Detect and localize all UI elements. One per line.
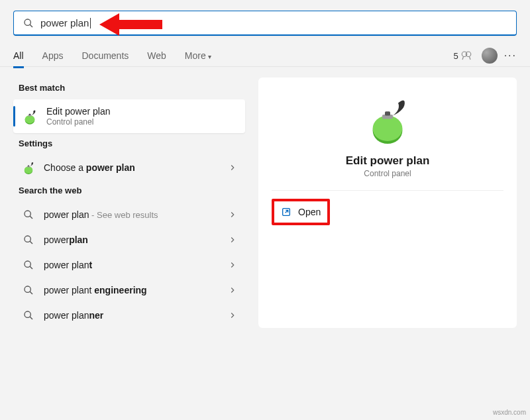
open-label: Open xyxy=(298,207,321,217)
section-best-match: Best match xyxy=(19,83,245,93)
result-title: Edit power plan xyxy=(46,106,237,117)
medal-icon xyxy=(460,50,472,62)
results-list: Best match Edit power plan Control panel… xyxy=(13,78,245,328)
detail-subtitle: Control panel xyxy=(364,169,411,178)
chevron-right-icon xyxy=(228,235,237,244)
chevron-right-icon xyxy=(228,311,237,320)
tab-web[interactable]: Web xyxy=(147,45,166,66)
detail-title: Edit power plan xyxy=(346,154,430,168)
filter-tabs: All Apps Documents Web More 5 ··· xyxy=(13,45,517,66)
chevron-right-icon xyxy=(228,286,237,295)
result-title: power plant xyxy=(44,260,228,270)
search-icon xyxy=(21,283,36,297)
open-button[interactable]: Open xyxy=(272,199,330,225)
result-title: power plant engineering xyxy=(44,285,228,295)
tab-documents[interactable]: Documents xyxy=(81,45,129,66)
web-result[interactable]: power plant engineering xyxy=(13,278,245,303)
result-title: power planner xyxy=(44,310,228,321)
web-result[interactable]: power plan - See web results xyxy=(13,202,245,227)
chevron-right-icon xyxy=(228,260,237,270)
section-settings: Settings xyxy=(19,138,245,148)
rewards-points[interactable]: 5 xyxy=(453,50,472,62)
tab-apps[interactable]: Apps xyxy=(42,45,64,66)
search-icon xyxy=(21,258,36,272)
search-box[interactable]: power plan xyxy=(13,11,517,36)
watermark: wsxdn.com xyxy=(493,409,526,416)
more-options[interactable]: ··· xyxy=(504,50,517,62)
web-result[interactable]: power plant xyxy=(13,252,245,278)
user-avatar[interactable] xyxy=(482,48,498,64)
result-title: powerplan xyxy=(44,235,228,245)
search-icon xyxy=(21,233,36,247)
chevron-right-icon xyxy=(228,210,237,219)
search-icon xyxy=(21,207,36,222)
tab-more[interactable]: More xyxy=(185,45,211,66)
section-web: Search the web xyxy=(19,185,245,195)
web-result[interactable]: powerplan xyxy=(13,227,245,252)
power-plan-icon xyxy=(21,108,38,125)
detail-panel: Edit power plan Control panel Open xyxy=(258,78,517,328)
settings-result[interactable]: Choose a power plan xyxy=(13,155,245,180)
search-icon xyxy=(23,18,34,28)
tab-all[interactable]: All xyxy=(13,45,24,68)
power-plan-icon xyxy=(21,160,36,175)
result-subtitle: Control panel xyxy=(46,117,237,127)
open-icon xyxy=(281,207,292,217)
search-query: power plan xyxy=(40,17,89,28)
result-title: Choose a power plan xyxy=(44,162,228,173)
chevron-right-icon xyxy=(228,163,237,172)
result-title: power plan - See web results xyxy=(44,209,228,220)
result-edit-power-plan[interactable]: Edit power plan Control panel xyxy=(13,99,245,133)
power-plan-large-icon xyxy=(361,93,414,146)
web-result[interactable]: power planner xyxy=(13,303,245,328)
search-icon xyxy=(21,308,36,323)
